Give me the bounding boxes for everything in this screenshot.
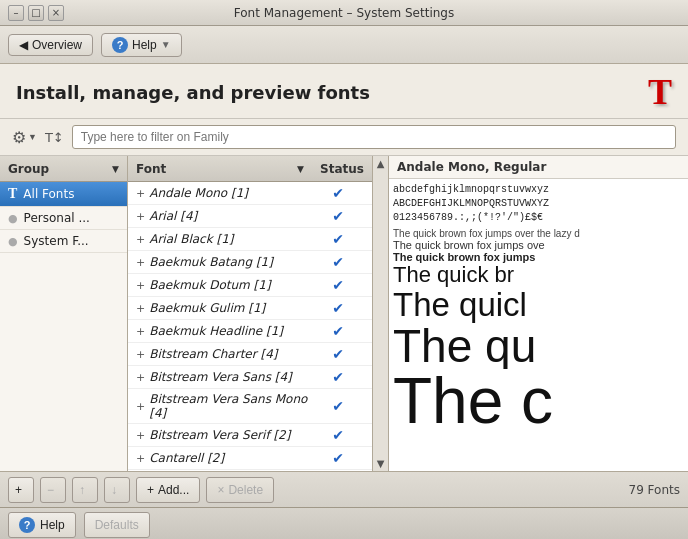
group-item-personal[interactable]: ● Personal ...: [0, 207, 127, 230]
list-item[interactable]: +Bitstream Vera Sans Mono [4]✔: [128, 389, 372, 424]
help-button[interactable]: ? Help ▼: [101, 33, 182, 57]
bottom-toolbar: + − ↑ ↓ + Add... × Delete 79 Fonts: [0, 471, 688, 507]
statusbar: ? Help Defaults: [0, 507, 688, 539]
preview-numbers: 0123456789.:,;(*!?'/")£$€: [393, 211, 684, 225]
preview-lowercase: abcdefghijklmnopqrstuvwxyz: [393, 183, 684, 197]
expand-icon: +: [136, 371, 145, 384]
defaults-label: Defaults: [95, 518, 139, 532]
preview-text-small3: The quick brown fox jumps: [393, 251, 684, 263]
delete-icon: ×: [217, 483, 224, 497]
list-item[interactable]: +Bitstream Vera Serif [2]✔: [128, 424, 372, 447]
preview-text-small2: The quick brown fox jumps ove: [393, 239, 684, 251]
window-title: Font Management – System Settings: [68, 6, 620, 20]
add-fonts-label: Add...: [158, 483, 189, 497]
font-list-panel: Font ▼ Status +Andale Mono [1]✔ +Arial […: [128, 156, 373, 471]
settings-dropdown-icon: ▼: [28, 132, 37, 142]
expand-icon: +: [136, 279, 145, 292]
list-item[interactable]: +Arial Black [1]✔: [128, 228, 372, 251]
move-up-button[interactable]: ↑: [72, 477, 98, 503]
expand-icon: +: [136, 400, 145, 413]
help-label: Help: [132, 38, 157, 52]
font-list: +Andale Mono [1]✔ +Arial [4]✔ +Arial Bla…: [128, 182, 372, 471]
help-circle-icon: ?: [112, 37, 128, 53]
expand-icon: +: [136, 302, 145, 315]
add-icon: +: [147, 483, 154, 497]
list-item[interactable]: +Charter [4]✔: [128, 470, 372, 471]
font-list-scrollbar[interactable]: ▲ ▼: [373, 156, 389, 471]
fonts-logo-icon: T: [648, 74, 672, 110]
group-header[interactable]: Group ▼: [0, 156, 127, 182]
scroll-up-icon[interactable]: ▲: [377, 158, 385, 169]
expand-icon: +: [136, 187, 145, 200]
page-header: Install, manage, and preview fonts T: [0, 64, 688, 119]
preview-content: abcdefghijklmnopqrstuvwxyz ABCDEFGHIJKLM…: [389, 179, 688, 471]
back-icon: ◀: [19, 38, 28, 52]
help-icon: ?: [19, 517, 35, 533]
list-item[interactable]: +Baekmuk Batang [1]✔: [128, 251, 372, 274]
preview-panel: Andale Mono, Regular abcdefghijklmnopqrs…: [389, 156, 688, 471]
list-item[interactable]: +Baekmuk Dotum [1]✔: [128, 274, 372, 297]
group-panel: Group ▼ T All Fonts ● Personal ... ● Sys…: [0, 156, 128, 471]
defaults-button[interactable]: Defaults: [84, 512, 150, 538]
settings-button[interactable]: ⚙ ▼: [12, 128, 37, 147]
help-statusbar-label: Help: [40, 518, 65, 532]
expand-icon: +: [136, 348, 145, 361]
preview-alphabet: abcdefghijklmnopqrstuvwxyz ABCDEFGHIJKLM…: [393, 183, 684, 225]
help-statusbar-button[interactable]: ? Help: [8, 512, 76, 538]
maximize-button[interactable]: □: [28, 5, 44, 21]
group-item-label: All Fonts: [23, 187, 74, 201]
personal-icon: ●: [8, 212, 18, 225]
search-bar: ⚙ ▼ T↕: [0, 119, 688, 156]
group-item-label: System F...: [24, 234, 89, 248]
delete-label: Delete: [228, 483, 263, 497]
minimize-button[interactable]: –: [8, 5, 24, 21]
list-item[interactable]: +Arial [4]✔: [128, 205, 372, 228]
list-item[interactable]: +Baekmuk Headline [1]✔: [128, 320, 372, 343]
scroll-down-icon[interactable]: ▼: [377, 458, 385, 469]
group-item-all-fonts[interactable]: T All Fonts: [0, 182, 127, 207]
list-item[interactable]: +Bitstream Charter [4]✔: [128, 343, 372, 366]
group-label: Group: [8, 162, 49, 176]
font-list-header: Font ▼ Status: [128, 156, 372, 182]
list-item[interactable]: +Bitstream Vera Sans [4]✔: [128, 366, 372, 389]
help-dropdown-icon: ▼: [161, 39, 171, 50]
font-count: 79 Fonts: [629, 483, 680, 497]
expand-icon: +: [136, 233, 145, 246]
preview-text-large4: The c: [393, 369, 684, 433]
main-content: Group ▼ T All Fonts ● Personal ... ● Sys…: [0, 156, 688, 471]
all-fonts-icon: T: [8, 186, 17, 202]
overview-button[interactable]: ◀ Overview: [8, 34, 93, 56]
add-group-button[interactable]: +: [8, 477, 34, 503]
system-icon: ●: [8, 235, 18, 248]
toolbar: ◀ Overview ? Help ▼: [0, 26, 688, 64]
titlebar: – □ × Font Management – System Settings: [0, 0, 688, 26]
preview-text-large3: The qu: [393, 323, 684, 369]
add-fonts-button[interactable]: + Add...: [136, 477, 200, 503]
group-list: T All Fonts ● Personal ... ● System F...: [0, 182, 127, 471]
search-prefix-icon: T↕: [45, 130, 64, 145]
preview-text-small1: The quick brown fox jumps over the lazy …: [393, 228, 684, 239]
status-column-header: Status: [312, 159, 372, 179]
font-sort-icon: ▼: [297, 164, 304, 174]
list-item[interactable]: +Andale Mono [1]✔: [128, 182, 372, 205]
group-item-system[interactable]: ● System F...: [0, 230, 127, 253]
remove-group-button[interactable]: −: [40, 477, 66, 503]
preview-sizes: The quick brown fox jumps over the lazy …: [393, 228, 684, 433]
group-dropdown-icon: ▼: [112, 164, 119, 174]
search-input[interactable]: [72, 125, 676, 149]
expand-icon: +: [136, 452, 145, 465]
gear-icon: ⚙: [12, 128, 26, 147]
expand-icon: +: [136, 429, 145, 442]
close-button[interactable]: ×: [48, 5, 64, 21]
list-item[interactable]: +Cantarell [2]✔: [128, 447, 372, 470]
list-item[interactable]: +Baekmuk Gulim [1]✔: [128, 297, 372, 320]
preview-text-large1: The quick br: [393, 263, 684, 287]
delete-fonts-button[interactable]: × Delete: [206, 477, 274, 503]
font-column-header[interactable]: Font ▼: [128, 159, 312, 179]
page-title: Install, manage, and preview fonts: [16, 82, 370, 103]
expand-icon: +: [136, 210, 145, 223]
preview-text-large2: The quicl: [393, 287, 684, 323]
expand-icon: +: [136, 256, 145, 269]
overview-label: Overview: [32, 38, 82, 52]
move-down-button[interactable]: ↓: [104, 477, 130, 503]
